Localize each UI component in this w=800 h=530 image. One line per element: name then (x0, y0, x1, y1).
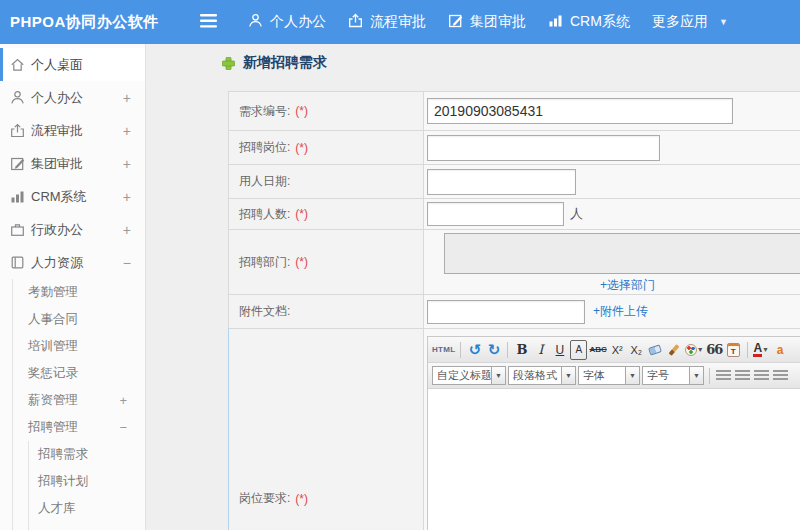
department-textarea[interactable] (444, 233, 800, 274)
sidebar-item-human-resources[interactable]: 人力资源 − (0, 246, 145, 279)
sidebar-item-talent-pool[interactable]: 人才库 (29, 495, 145, 522)
required-marker: (*) (295, 141, 308, 155)
collapse-minus-icon[interactable]: − (123, 255, 131, 271)
paragraph-format-select[interactable]: 段落格式 ▼ (508, 366, 576, 385)
recruitment-submenu: 招聘需求 招聘计划 人才库 (28, 441, 145, 530)
hr-submenu: 考勤管理 人事合同 培训管理 奖惩记录 薪资管理 + 招聘管理 − 招聘需求 招… (12, 279, 145, 530)
caret-down-icon: ▼ (492, 366, 506, 385)
sidebar-item-group-approval[interactable]: 集团审批 + (0, 147, 145, 180)
headcount-input[interactable] (427, 202, 564, 226)
sidebar-item-recruitment[interactable]: 招聘管理 − (13, 414, 145, 441)
sidebar-item-admin-office[interactable]: 行政办公 + (0, 213, 145, 246)
sidebar-item-hr-contract[interactable]: 人事合同 (13, 306, 145, 333)
undo-button[interactable]: ↺ (466, 340, 483, 360)
sidebar: 个人桌面 个人办公 + 流程审批 + 集团审批 + CRM系统 + 行政办公 +… (0, 44, 146, 530)
sidebar-item-label: 行政办公 (31, 221, 83, 239)
top-header: PHPOA协同办公软件 个人办公 流程审批 集团审批 CRM系统 更多应用 ▼ (0, 0, 800, 44)
nav-label: 更多应用 (652, 13, 708, 31)
format-brush-button[interactable] (666, 340, 683, 360)
sidebar-item-salary[interactable]: 薪资管理 + (13, 387, 145, 414)
hiring-date-input[interactable] (427, 169, 576, 195)
separator (507, 342, 508, 358)
editor-content-area[interactable] (428, 389, 800, 530)
book-icon (9, 255, 25, 270)
sidebar-item-label: 招聘管理 (28, 419, 78, 436)
expand-plus-icon[interactable]: + (123, 189, 131, 205)
blockquote-button[interactable]: 66 (706, 340, 723, 360)
sidebar-item-training[interactable]: 培训管理 (13, 333, 145, 360)
expand-plus-icon[interactable]: + (123, 90, 131, 106)
demand-number-input[interactable] (427, 98, 733, 124)
sidebar-item-label: 培训管理 (28, 338, 78, 355)
attachment-input[interactable] (427, 300, 585, 324)
align-center-button[interactable] (734, 366, 751, 386)
sidebar-item-recruit-plan[interactable]: 招聘计划 (29, 468, 145, 495)
nav-label: 流程审批 (370, 13, 426, 31)
strikethrough-button[interactable]: ABC (589, 340, 606, 360)
required-marker: (*) (295, 492, 308, 506)
nav-personal-office[interactable]: 个人办公 (248, 13, 326, 31)
format-eraser-button[interactable] (647, 340, 664, 360)
caret-down-icon: ▼ (719, 17, 728, 27)
font-color-button[interactable]: A▼ (753, 340, 770, 360)
bold-button[interactable]: B (513, 340, 530, 360)
sidebar-item-crm-system[interactable]: CRM系统 + (0, 180, 145, 213)
sidebar-item-attendance[interactable]: 考勤管理 (13, 279, 145, 306)
main-content: 新增招聘需求 需求编号: (*) 招聘岗位: (*) 用人日期: (147, 44, 800, 530)
position-input[interactable] (427, 135, 660, 161)
sidebar-item-rewards[interactable]: 奖惩记录 (13, 360, 145, 387)
html-source-button[interactable]: HTML (432, 340, 455, 360)
expand-plus-icon[interactable]: + (123, 222, 131, 238)
nav-group-approval[interactable]: 集团审批 (448, 13, 526, 31)
sidebar-item-workflow-approval[interactable]: 流程审批 + (0, 114, 145, 147)
collapse-minus-icon[interactable]: − (119, 420, 127, 435)
char-border-button[interactable]: A (570, 340, 587, 360)
app-logo[interactable]: PHPOA协同办公软件 (10, 0, 159, 44)
upload-attachment-link[interactable]: +附件上传 (593, 303, 648, 320)
custom-title-select[interactable]: 自定义标题 ▼ (432, 366, 506, 385)
color-palette-button[interactable]: ▼ (685, 340, 704, 360)
field-label: 岗位要求: (239, 490, 290, 507)
sidebar-item-label: 个人桌面 (31, 56, 83, 74)
sidebar-item-label: 人力资源 (31, 254, 83, 272)
hamburger-icon (200, 14, 217, 28)
expand-plus-icon[interactable]: + (123, 156, 131, 172)
form-row-department: 招聘部门: (*) +选择部门 (229, 229, 800, 294)
sidebar-item-label: 招聘计划 (38, 473, 88, 490)
edit-icon (9, 156, 25, 171)
align-right-button[interactable] (753, 366, 770, 386)
select-value: 字号 (642, 366, 690, 385)
sidebar-item-label: 集团审批 (31, 155, 83, 173)
person-icon (248, 13, 263, 31)
form-row-headcount: 招聘人数: (*) 人 (229, 198, 800, 229)
font-size-select[interactable]: 字号 ▼ (642, 366, 704, 385)
background-color-button[interactable]: a (772, 340, 789, 360)
nav-workflow-approval[interactable]: 流程审批 (348, 13, 426, 31)
sidebar-item-label: 招聘需求 (38, 446, 88, 463)
form-row-attachment: 附件文档: +附件上传 (229, 294, 800, 328)
expand-plus-icon[interactable]: + (119, 393, 127, 408)
align-center-icon (735, 370, 750, 381)
redo-button[interactable]: ↻ (485, 340, 502, 360)
align-left-button[interactable] (715, 366, 732, 386)
menu-toggle-button[interactable] (200, 14, 217, 32)
nav-crm-system[interactable]: CRM系统 (548, 13, 630, 31)
font-family-select[interactable]: 字体 ▼ (578, 366, 640, 385)
select-department-link[interactable]: +选择部门 (600, 277, 655, 294)
field-label: 招聘人数: (239, 206, 290, 223)
sidebar-item-personal-desktop[interactable]: 个人桌面 (0, 48, 145, 81)
underline-button[interactable]: U (551, 340, 568, 360)
expand-plus-icon[interactable]: + (123, 123, 131, 139)
sidebar-item-label: 薪资管理 (28, 392, 78, 409)
nav-more-apps[interactable]: 更多应用 ▼ (652, 13, 728, 31)
required-marker: (*) (295, 104, 308, 118)
superscript-button[interactable]: X² (609, 340, 626, 360)
subscript-button[interactable]: X₂ (628, 340, 645, 360)
align-justify-button[interactable] (772, 366, 789, 386)
paste-text-button[interactable]: T (725, 340, 742, 360)
sidebar-item-recruit-demand[interactable]: 招聘需求 (29, 441, 145, 468)
font-color-icon: A (753, 343, 762, 357)
italic-button[interactable]: I (532, 340, 549, 360)
separator (460, 342, 461, 358)
sidebar-item-personal-office[interactable]: 个人办公 + (0, 81, 145, 114)
